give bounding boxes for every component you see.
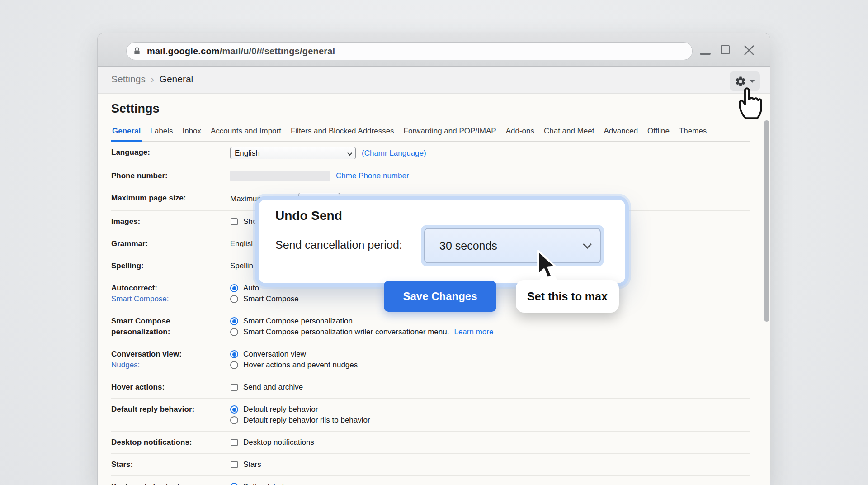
checkbox[interactable] [231,384,238,391]
tab-themes[interactable]: Themes [678,127,708,141]
row-label: Autocorrect: [111,283,230,294]
set-this-to-max-tooltip: Set this to max [516,280,619,313]
tab-labels[interactable]: Labels [149,127,174,141]
row-label-cell: Smart Compose personalization: [111,316,230,338]
tab-filters-and-blocked-addresses[interactable]: Filters and Blocked Addresses [290,127,395,141]
radio-button[interactable] [230,328,238,336]
cancellation-period-value: 30 seconds [424,228,601,263]
radio-button[interactable] [230,284,238,292]
option-line: Stars [230,459,261,470]
tab-offline[interactable]: Offline [646,127,670,141]
minimize-button[interactable] [700,53,711,55]
radio-button[interactable] [230,361,238,369]
link-chme-phone-number[interactable]: Chme Phone number [336,171,409,181]
row-label-cell: Maximum page size: [111,193,230,205]
option-line: Auto [230,283,299,294]
settings-rows: Language:English(Chamr Language)Phone nu… [111,142,750,485]
option-label: Button labels [243,481,288,485]
row-sublabel-link[interactable]: Smart Compose: [111,294,230,304]
close-button[interactable] [743,44,755,57]
row-label: Smart Compose personalization: [111,316,230,338]
dropdown-select[interactable]: English [230,147,356,159]
save-changes-button[interactable]: Save Changes [384,281,496,312]
row-content: AutoSmart Compose [230,283,299,304]
option-label: Conversation view [243,349,306,360]
dropdown-value: English [235,149,260,158]
row-text: Englisl [230,238,253,249]
radio-button[interactable] [230,295,238,303]
row-label: Maximum page size: [111,193,230,204]
browser-chrome: mail.google.com/mail/u/0/#settings/gener… [98,33,770,67]
option-line: Hover actions and pevent nudges [230,360,358,371]
chevron-down-icon [750,80,755,83]
option-line: Button labels [230,481,449,485]
phone-input[interactable] [230,171,330,181]
radio-button[interactable] [230,483,238,485]
tab-general[interactable]: General [111,127,142,142]
option-line: Smart Compose personalization [230,316,493,327]
row-content: Sho [230,216,257,227]
link-chamr-language[interactable]: (Chamr Language) [362,148,426,159]
page-title: Settings [111,102,770,116]
row-label-cell: Phone number: [111,171,230,181]
radio-button[interactable] [230,416,238,424]
breadcrumb-bar: Settings › General [98,67,770,94]
row-label: Language: [111,147,230,158]
tab-add-ons[interactable]: Add-ons [505,127,535,141]
checkbox[interactable] [231,439,238,446]
lock-icon [133,47,141,56]
settings-row-desktop-notifications: Desktop notifications:Desktop notificati… [111,432,750,454]
tab-chat-and-meet[interactable]: Chat and Meet [543,127,595,141]
row-label: Spelling: [111,261,230,271]
row-label: Conversation view: [111,349,230,360]
chevron-down-icon [347,150,352,155]
option-label: Desktop notifications [243,437,314,448]
row-content: Default reply behaviorDefault reply beha… [230,404,370,426]
checkbox[interactable] [231,461,238,468]
row-label-cell: Stars: [111,459,230,470]
url-bar[interactable]: mail.google.com/mail/u/0/#settings/gener… [126,42,693,60]
radio-button[interactable] [230,350,238,358]
row-label: Keyboard shortcuts: [111,481,230,485]
settings-row-keyboard-shortcuts: Keyboard shortcuts:Button labelsCreate c… [111,476,750,485]
checkbox[interactable] [231,218,238,225]
row-content: Conversation viewHover actions and peven… [230,349,358,371]
scrollbar-thumb[interactable] [764,120,769,322]
row-label: Desktop notifications: [111,437,230,448]
tab-accounts-and-import[interactable]: Accounts and Import [210,127,282,141]
option-label: Smart Compose [243,294,299,304]
row-label-cell: Keyboard shortcuts: [111,481,230,485]
url-domain: mail.google.com [147,46,220,56]
row-label: Grammar: [111,238,230,249]
option-line: Smart Compose personalization wriler con… [230,327,493,338]
maximize-button[interactable] [721,45,730,54]
link-learn-more[interactable]: Learn more [454,327,493,338]
radio-button[interactable] [230,317,238,325]
row-label: Stars: [111,459,230,470]
row-sublabel-link[interactable]: Nudges: [111,360,230,371]
settings-row-conversation-view: Conversation view:Nudges:Conversation vi… [111,343,750,376]
tab-forwarding-and-pop-imap[interactable]: Forwarding and POP/IMAP [403,127,497,141]
settings-tabs: GeneralLabelsInboxAccounts and ImportFil… [111,127,750,142]
settings-row-language: Language:English(Chamr Language) [111,142,750,165]
arrow-cursor-icon [535,249,558,283]
option-line: Smart Compose [230,294,299,304]
row-label-cell: Images: [111,216,230,227]
cancellation-period-select[interactable]: 30 seconds [421,225,604,266]
settings-row-phone-number: Phone number:Chme Phone number [111,165,750,187]
row-label-cell: Spelling: [111,261,230,271]
radio-button[interactable] [230,405,238,414]
row-label-cell: Language: [111,147,230,159]
option-line: Default reply behavior rils to behavior [230,415,370,426]
tab-advanced[interactable]: Advanced [603,127,639,141]
row-label-cell: Autocorrect:Smart Compose: [111,283,230,304]
tab-inbox[interactable]: Inbox [181,127,202,141]
row-content: Desktop notifications [230,437,314,448]
row-content: English(Chamr Language) [230,147,426,159]
option-label: Auto [243,283,259,294]
row-content: Englisl [230,238,253,249]
row-content: Spellin [230,261,253,271]
row-content: Send and archive [230,382,303,393]
breadcrumb-settings[interactable]: Settings [111,74,146,85]
row-label-cell: Hover actions: [111,382,230,393]
